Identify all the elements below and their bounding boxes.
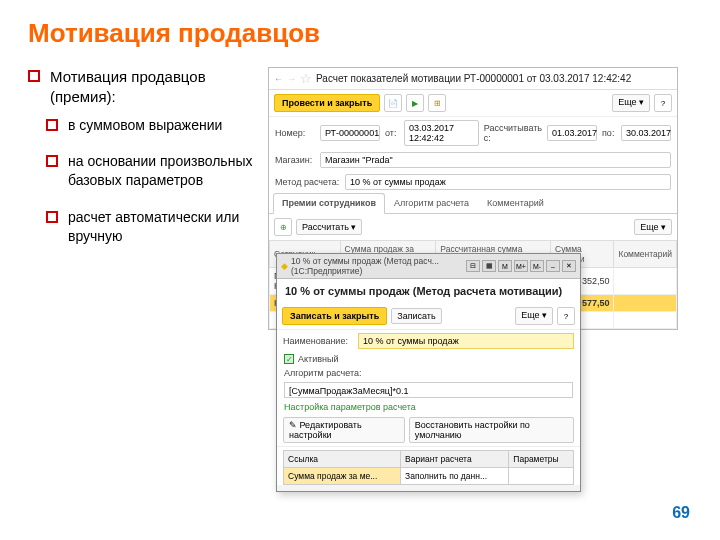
write-button[interactable]: Записать [391,308,441,324]
table-row[interactable]: Сумма продаж за ме... Заполнить по данн.… [284,468,574,485]
label-period: Рассчитывать с: [484,123,542,143]
page-number: 69 [672,504,690,522]
pcol-link: Ссылка [284,451,401,468]
bullet-text: на основании произвольных базовых параме… [68,153,252,188]
frame-title: 10 % от суммы продаж (Метод расч... (1С:… [291,256,466,276]
star-icon[interactable]: ☆ [300,71,312,86]
back-icon[interactable]: ← [274,74,283,84]
window-method: ◆ 10 % от суммы продаж (Метод расч... (1… [276,253,581,492]
label-shop: Магазин: [275,155,315,165]
bullet-text: Мотивация продавцов (премия): [50,68,206,105]
bullet-2: на основании произвольных базовых параме… [46,152,268,190]
bullet-3: расчет автоматически или вручную [46,208,268,246]
left-column: Мотивация продавцов (премия): в суммовом… [28,67,268,264]
method-input[interactable]: 10 % от суммы продаж [345,174,671,190]
restore-settings-button[interactable]: Восстановить настройки по умолчанию [409,417,574,443]
post-button[interactable]: ▶ [406,94,424,112]
help-button[interactable]: ? [557,307,575,325]
forward-icon[interactable]: → [287,74,296,84]
bullet-1: в суммовом выражении [46,116,268,135]
tab-comment[interactable]: Комментарий [478,193,553,213]
pcol-params: Параметры [509,451,574,468]
save-close-button[interactable]: Провести и закрыть [274,94,380,112]
date-input[interactable]: 03.03.2017 12:42:42 [404,120,479,146]
tab-bonuses[interactable]: Премии сотрудников [273,193,385,214]
more-button[interactable]: Еще ▾ [515,307,553,325]
window-title: Расчет показателей мотивации РТ-00000001… [316,73,631,84]
label-algorithm: Алгоритм расчета: [277,366,580,380]
params-table: Ссылка Вариант расчета Параметры Сумма п… [283,450,574,485]
date-from-input[interactable]: 01.03.2017 [547,125,597,141]
more-button-2[interactable]: Еще ▾ [634,219,672,235]
m-plus-icon[interactable]: M+ [514,260,528,272]
edit-settings-button[interactable]: ✎ Редактировать настройки [283,417,405,443]
algorithm-input[interactable]: [СуммаПродажЗаМесяц]*0.1 [284,382,573,398]
bullet-main: Мотивация продавцов (премия): [28,67,268,108]
calculate-button[interactable]: Рассчитать ▾ [296,219,362,235]
date-to-input[interactable]: 30.03.2017 [621,125,671,141]
checkbox-icon [46,119,58,131]
shop-input[interactable]: Магазин "Prada" [320,152,671,168]
label-name: Наименование: [283,336,353,346]
name-input[interactable]: 10 % от суммы продаж [358,333,574,349]
add-button[interactable]: ⊕ [274,218,292,236]
bullet-text: расчет автоматически или вручную [68,209,239,244]
write-button[interactable]: 📄 [384,94,402,112]
app-icon: ◆ [281,261,288,271]
bullet-text: в суммовом выражении [68,117,222,133]
help-button[interactable]: ? [654,94,672,112]
number-input[interactable]: РТ-00000001 [320,125,380,141]
more-button[interactable]: Еще ▾ [612,94,650,112]
label-from: от: [385,128,399,138]
label-number: Номер: [275,128,315,138]
save-close-button[interactable]: Записать и закрыть [282,307,387,325]
label-method: Метод расчета: [275,177,340,187]
pcol-variant: Вариант расчета [401,451,509,468]
checkbox-active[interactable]: ✓ [284,354,294,364]
col-comment: Комментарий [614,241,677,268]
checkbox-icon [46,211,58,223]
calc-icon[interactable]: ▦ [482,260,496,272]
m-minus-icon[interactable]: M- [530,260,544,272]
tools-icon[interactable]: ⊟ [466,260,480,272]
checkbox-icon [46,155,58,167]
section-params: Настройка параметров расчета [277,400,580,414]
dialog-title: 10 % от суммы продаж (Метод расчета моти… [277,279,580,303]
report-button[interactable]: ⊞ [428,94,446,112]
minimize-icon[interactable]: – [546,260,560,272]
label-to: по: [602,128,616,138]
m-icon[interactable]: M [498,260,512,272]
slide-title: Мотивация продавцов [28,18,692,49]
close-icon[interactable]: ✕ [562,260,576,272]
checkbox-icon [28,70,40,82]
tab-algorithm[interactable]: Алгоритм расчета [385,193,478,213]
label-active: Активный [298,354,338,364]
